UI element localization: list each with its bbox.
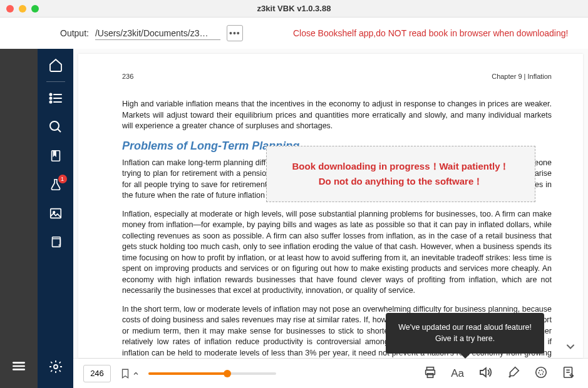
search-icon[interactable] [48, 120, 63, 135]
toc-icon[interactable] [48, 91, 63, 106]
outer-sidebar [0, 49, 38, 388]
page-number-header: 236 [122, 73, 133, 80]
tooltip-line-2: Give it a try here. [398, 333, 532, 345]
paragraph: Inflation, especially at moderate or hig… [122, 209, 552, 297]
titlebar: z3kit VBK v1.0.3.88 [0, 0, 588, 18]
chevron-up-icon [132, 370, 140, 377]
svg-point-5 [49, 98, 51, 100]
highlight-icon[interactable] [504, 363, 523, 384]
svg-point-7 [49, 101, 51, 103]
labs-badge: 1 [58, 175, 67, 183]
svg-point-19 [536, 367, 547, 377]
menu-icon[interactable] [11, 358, 27, 377]
svg-line-10 [58, 129, 61, 132]
tooltip-line-1: We've updated our read aloud feature! [398, 322, 532, 334]
traffic-lights [6, 5, 39, 13]
app-toolbar: Output: ••• Close Bookshelf app,do NOT r… [0, 18, 588, 49]
svg-point-9 [50, 121, 59, 130]
close-window-button[interactable] [6, 5, 14, 13]
image-icon[interactable] [48, 206, 63, 221]
page-header: 236 Chapter 9 | Inflation [122, 73, 552, 80]
bottom-bar: Aa [73, 358, 588, 388]
sidebar-divider [46, 81, 65, 82]
reader-sidebar: 1 [38, 49, 73, 388]
svg-point-3 [49, 94, 51, 96]
svg-point-15 [54, 365, 58, 369]
progress-slider[interactable] [148, 372, 276, 375]
bookmark-panel-icon[interactable] [48, 148, 63, 163]
output-path-field[interactable] [95, 27, 220, 40]
cards-icon[interactable] [48, 235, 63, 250]
download-progress-overlay: Book downloading in progress！Wait patien… [266, 146, 535, 202]
window-title: z3kit VBK v1.0.3.88 [257, 4, 331, 13]
svg-rect-14 [52, 239, 60, 247]
page-number-input[interactable] [83, 365, 111, 382]
main-area: 1 236 Chapter 9 | Inflation High and var… [0, 49, 588, 388]
output-label: Output: [60, 28, 89, 38]
home-icon[interactable] [48, 58, 63, 73]
settings-icon[interactable] [48, 359, 63, 377]
svg-rect-18 [428, 373, 433, 377]
maximize-window-button[interactable] [31, 5, 39, 13]
collapse-chevron-icon[interactable] [564, 340, 577, 355]
minimize-window-button[interactable] [19, 5, 26, 13]
overlay-line-1: Book downloading in progress！Wait patien… [278, 159, 524, 174]
bookmark-icon [120, 368, 131, 379]
more-options-button[interactable]: ••• [227, 25, 243, 41]
bookmark-button[interactable] [120, 368, 140, 379]
print-icon[interactable] [421, 363, 440, 384]
progress-fill [148, 372, 227, 375]
font-size-button[interactable]: Aa [448, 365, 467, 382]
paragraph: High and variable inflation means that t… [122, 99, 552, 132]
progress-thumb [224, 370, 231, 377]
chapter-label: Chapter 9 | Inflation [492, 73, 552, 80]
reset-icon[interactable] [532, 363, 550, 384]
notes-icon[interactable] [559, 363, 578, 384]
warning-message: Close Bookshelf app,do NOT read book in … [293, 28, 568, 38]
svg-rect-12 [50, 209, 61, 218]
read-aloud-icon[interactable] [475, 362, 495, 385]
overlay-line-2: Do not do anything to the software！ [278, 174, 524, 189]
labs-icon[interactable]: 1 [48, 177, 63, 192]
content-area: 236 Chapter 9 | Inflation High and varia… [73, 49, 588, 388]
read-aloud-tooltip: We've updated our read aloud feature! Gi… [386, 313, 544, 354]
